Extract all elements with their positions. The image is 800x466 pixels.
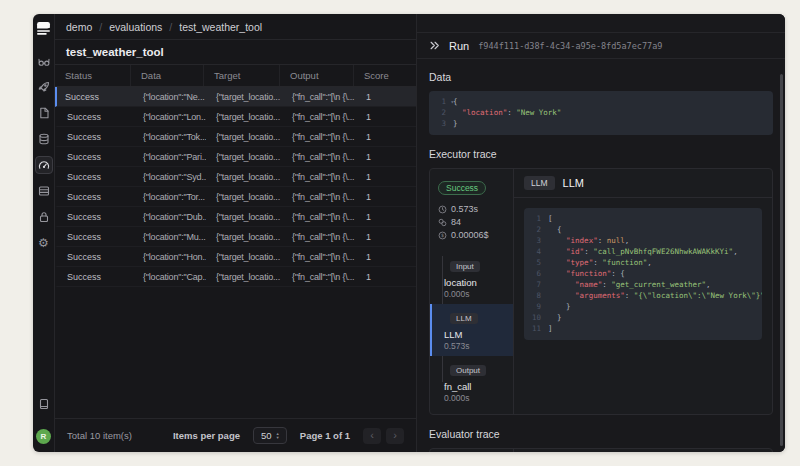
title-bar: test_weather_tool: [55, 40, 416, 65]
code-text: [: [548, 213, 553, 224]
table-row[interactable]: Success{"location":"Dub...{"target_locat…: [55, 207, 416, 227]
row-target: {"target_locatio...: [206, 112, 282, 122]
app-window: ⚙ R demo/evaluations/test_weather_tool t…: [33, 14, 785, 452]
breadcrumb-item[interactable]: test_weather_tool: [179, 21, 262, 33]
duration-value-stat: 0.573s: [438, 204, 505, 214]
code-line: 7 "name": "get_current_weather",: [524, 279, 762, 290]
code-text: "arguments": "{\"location\":\"New York\"…: [548, 290, 762, 301]
span-detail-body: 1[2 {3 "index": null,4 "id": "call_pNvBh…: [514, 198, 772, 350]
code-line: 8 "arguments": "{\"location\":\"New York…: [524, 290, 762, 301]
span-detail-header: Inputfn_call: [514, 449, 772, 452]
page-size-select[interactable]: 50 ▴▾: [253, 427, 287, 444]
span-detail: Inputfn_call1[2 {3 "index": null,4 "id":…: [514, 449, 772, 452]
timeline-span[interactable]: Outputfn_call0.000s: [430, 356, 513, 408]
row-output: {"fn_call":"[\n {\...: [282, 152, 356, 162]
page-info: Page 1 of 1: [300, 430, 350, 441]
row-score: 1: [356, 92, 416, 102]
line-number: 6: [524, 268, 548, 279]
table-row[interactable]: Success{"location":"Mu...{"target_locati…: [55, 227, 416, 247]
row-data: {"location":"Syd...: [133, 172, 206, 182]
row-score: 1: [356, 212, 416, 222]
table-row[interactable]: Success{"location":"Pari...{"target_loca…: [55, 147, 416, 167]
row-status: Success: [57, 172, 133, 182]
span-name: fn_call: [440, 381, 507, 392]
items-per-page-label: Items per page: [173, 430, 240, 441]
file-icon[interactable]: [35, 104, 53, 122]
data-code-editor[interactable]: 1▾{2 "location": "New York"3}: [429, 91, 773, 135]
row-score: 1: [356, 252, 416, 262]
svg-text:$: $: [441, 232, 444, 238]
row-data: {"location":"Mu...: [133, 232, 206, 242]
user-avatar[interactable]: R: [36, 429, 51, 444]
table-row[interactable]: Success{"location":"Syd...{"target_locat…: [55, 167, 416, 187]
tokens-icon: [438, 218, 447, 227]
row-score: 1: [356, 132, 416, 142]
code-text: }: [548, 312, 562, 323]
tokens-value: 84: [451, 217, 461, 227]
executor-trace-section: Executor trace Success0.573s84$0.00006$I…: [429, 148, 773, 415]
line-number: 11: [524, 323, 548, 334]
code-text: }: [453, 118, 458, 129]
timeline-span[interactable]: Inputlocation0.000s: [430, 252, 513, 304]
table-row[interactable]: Success{"location":"Lon...{"target_locat…: [55, 107, 416, 127]
panel-scrollbar[interactable]: [780, 74, 783, 446]
column-header: Score: [354, 65, 416, 86]
line-number: 10: [524, 312, 548, 323]
collapse-panel-icon[interactable]: [429, 40, 440, 51]
data-section-title: Data: [429, 71, 773, 83]
row-status: Success: [57, 272, 133, 282]
span-type-badge: Input: [450, 261, 480, 272]
line-number: 1▾: [429, 96, 453, 107]
breadcrumb-item[interactable]: demo: [66, 21, 92, 33]
table-row[interactable]: Success{"location":"Ne...{"target_locati…: [55, 87, 416, 107]
row-output: {"fn_call":"[\n {\...: [282, 192, 356, 202]
row-output: {"fn_call":"[\n {\...: [282, 252, 356, 262]
span-duration: 0.573s: [440, 341, 507, 351]
rocket-icon[interactable]: [35, 78, 53, 96]
row-data: {"location":"Tok...: [133, 132, 206, 142]
code-text: "function": {: [548, 268, 625, 279]
next-page-button[interactable]: ›: [386, 428, 404, 444]
code-line: 2 "location": "New York": [429, 107, 773, 118]
span-name: LLM: [440, 329, 507, 340]
timeline-span[interactable]: LLMLLM0.573s: [430, 304, 513, 356]
code-line: 3}: [429, 118, 773, 129]
docs-book-icon[interactable]: [35, 395, 53, 413]
select-caret-icon: ▴▾: [277, 432, 279, 439]
code-line: 5 "type": "function",: [524, 257, 762, 268]
code-line: 6 "function": {: [524, 268, 762, 279]
code-line: 11]: [524, 323, 762, 334]
span-name: location: [440, 277, 507, 288]
row-status: Success: [57, 132, 133, 142]
line-number: 3: [524, 235, 548, 246]
database-icon[interactable]: [35, 130, 53, 148]
prev-page-button[interactable]: ‹: [363, 428, 381, 444]
row-data: {"location":"Hon...: [133, 252, 206, 262]
row-target: {"target_locatio...: [206, 132, 282, 142]
datasets-rows-icon[interactable]: [35, 182, 53, 200]
table-row[interactable]: Success{"location":"Tok...{"target_locat…: [55, 127, 416, 147]
code-line: 9 }: [524, 301, 762, 312]
cost-value-stat: $0.00006$: [438, 230, 505, 240]
run-detail-panel: Run f944f111-d38f-4c34-a95e-8fd5a7ec77a9…: [417, 14, 785, 452]
code-text: "id": "call_pNvBhfqFWE26NhwkAWAKkKYi",: [548, 246, 738, 257]
app-logo[interactable]: [36, 21, 51, 36]
row-output: {"fn_call":"[\n {\...: [282, 172, 356, 182]
fold-caret-icon[interactable]: ▾: [450, 96, 454, 107]
total-items-label: Total 10 item(s): [67, 430, 132, 441]
breadcrumb-item[interactable]: evaluations: [109, 21, 162, 33]
settings-gear-icon[interactable]: ⚙: [35, 234, 53, 252]
traces-icon[interactable]: [35, 52, 53, 70]
row-data: {"location":"Lon...: [133, 112, 206, 122]
lock-icon[interactable]: [35, 208, 53, 226]
row-data: {"location":"Pari...: [133, 152, 206, 162]
line-number: 2: [429, 107, 453, 118]
page-size-value: 50: [261, 430, 272, 441]
evaluations-gauge-icon[interactable]: [35, 156, 53, 174]
row-target: {"target_locatio...: [206, 272, 282, 282]
table-row[interactable]: Success{"location":"Tor...{"target_locat…: [55, 187, 416, 207]
row-score: 1: [356, 152, 416, 162]
span-code-editor[interactable]: 1[2 {3 "index": null,4 "id": "call_pNvBh…: [524, 208, 762, 340]
table-row[interactable]: Success{"location":"Cap...{"target_locat…: [55, 267, 416, 287]
table-row[interactable]: Success{"location":"Hon...{"target_locat…: [55, 247, 416, 267]
